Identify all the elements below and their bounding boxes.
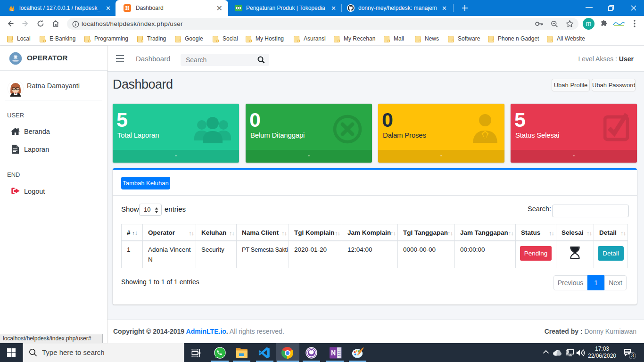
- svg-text:PMA: PMA: [10, 9, 14, 11]
